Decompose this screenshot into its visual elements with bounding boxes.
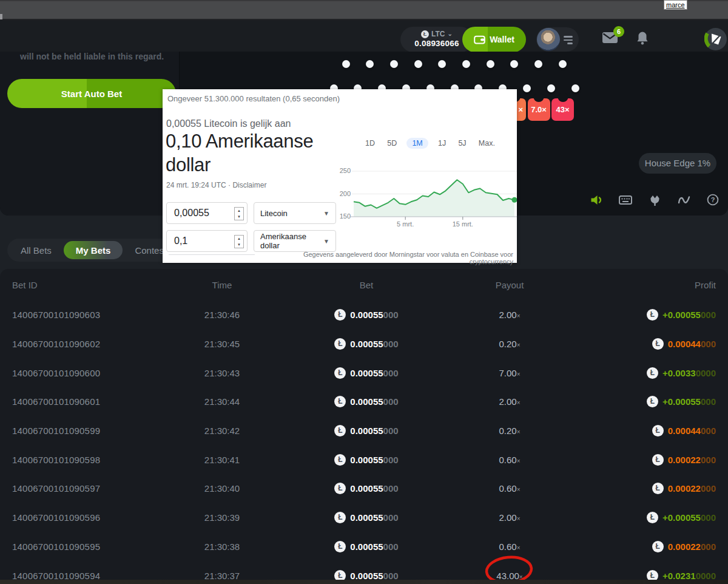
disclaimer-text: will not be held liable in this regard. bbox=[20, 52, 164, 61]
inbox-badge: 6 bbox=[613, 26, 624, 37]
ltc-coin-icon: Ł bbox=[652, 541, 664, 552]
range-5j[interactable]: 5J bbox=[456, 138, 468, 149]
table-row[interactable]: 1400670010109059721:30:40Ł0.000550000.60… bbox=[0, 474, 728, 503]
site-logo[interactable] bbox=[704, 28, 727, 50]
attribution: Gegevens aangeleverd door Morningstar vo… bbox=[260, 251, 513, 265]
ltc-coin-icon: Ł bbox=[334, 396, 346, 407]
bet-id: 14006700101090596 bbox=[12, 512, 176, 523]
avatar[interactable] bbox=[537, 28, 560, 51]
plinko-peg bbox=[462, 60, 470, 68]
chevron-down-icon: ⌄ bbox=[448, 30, 453, 37]
bet-id: 14006700101090600 bbox=[12, 368, 176, 378]
ltc-coin-icon: Ł bbox=[421, 30, 429, 38]
user-menu[interactable] bbox=[536, 27, 579, 52]
keyboard-icon bbox=[619, 195, 632, 205]
plinko-peg bbox=[342, 60, 350, 68]
fairness-button[interactable] bbox=[648, 192, 661, 207]
disclaimer-link[interactable]: Disclaimer bbox=[232, 181, 266, 189]
table-row[interactable]: 1400670010109059821:30:41Ł0.000550000.60… bbox=[0, 445, 728, 474]
table-row[interactable]: 1400670010109060221:30:45Ł0.000550000.20… bbox=[0, 330, 728, 359]
payout-multiplier: 0.60× bbox=[465, 455, 554, 465]
spinner-to[interactable]: ▲▼ bbox=[234, 235, 244, 248]
wallet-label: Wallet bbox=[490, 35, 514, 44]
unit-to-select[interactable]: Amerikaanse dollar ▼ bbox=[254, 230, 336, 252]
table-row[interactable]: 1400670010109060321:30:46Ł0.000550002.00… bbox=[0, 300, 728, 330]
amount-to-value: 0,1 bbox=[174, 236, 187, 246]
bet-time: 21:30:46 bbox=[176, 310, 268, 320]
plinko-peg bbox=[571, 84, 579, 92]
unit-from-select[interactable]: Litecoin ▼ bbox=[254, 202, 336, 224]
bell-icon bbox=[636, 31, 649, 46]
ltc-coin-icon: Ł bbox=[334, 483, 346, 494]
column-time: Time bbox=[176, 280, 268, 290]
column-payout: Payout bbox=[465, 280, 554, 290]
ltc-coin-icon: Ł bbox=[334, 541, 346, 552]
bet-amount: Ł0.00055000 bbox=[268, 454, 465, 466]
profit-amount: Ł0.00022000 bbox=[554, 454, 716, 466]
wallet-icon bbox=[474, 35, 485, 44]
notifications-button[interactable] bbox=[636, 31, 649, 47]
tab-my-bets[interactable]: My Bets bbox=[64, 241, 123, 259]
amount-from-value: 0,00055 bbox=[174, 208, 209, 219]
payout-multiplier: 43.00× bbox=[465, 571, 554, 581]
results-count: Ongeveer 51.300.000 resultaten (0,65 sec… bbox=[167, 94, 340, 103]
table-row[interactable]: 1400670010109059921:30:42Ł0.000550000.20… bbox=[0, 416, 728, 446]
bet-time: 21:30:41 bbox=[176, 455, 268, 465]
start-auto-bet-button[interactable]: Start Auto Bet bbox=[7, 79, 176, 108]
sound-button[interactable] bbox=[590, 192, 603, 207]
ltc-coin-icon: Ł bbox=[652, 454, 664, 466]
stats-curve-icon bbox=[678, 195, 690, 205]
table-row[interactable]: 1400670010109060121:30:44Ł0.000550002.00… bbox=[0, 387, 728, 416]
range-max[interactable]: Max. bbox=[476, 138, 497, 149]
bottom-strip bbox=[0, 580, 728, 584]
amount-to-input[interactable]: 0,1 ▲▼ bbox=[166, 230, 248, 252]
profit-amount: Ł0.00044000 bbox=[554, 338, 716, 350]
chart-range-tabs: 1D5D1M1J5JMax. bbox=[363, 138, 497, 149]
bet-amount: Ł0.00055000 bbox=[268, 541, 465, 552]
profit-amount: Ł0.00022000 bbox=[554, 541, 716, 552]
bet-time: 21:30:37 bbox=[176, 571, 268, 581]
amount-from-input[interactable]: 0,00055 ▲▼ bbox=[166, 202, 248, 224]
table-row[interactable]: 1400670010109060021:30:43Ł0.000550007.00… bbox=[0, 358, 728, 387]
result-badge: 43× bbox=[551, 98, 574, 121]
ltc-coin-icon: Ł bbox=[334, 338, 346, 350]
bet-time: 21:30:43 bbox=[176, 368, 268, 378]
currency-code: LTC bbox=[431, 30, 445, 38]
range-1d[interactable]: 1D bbox=[363, 138, 377, 149]
payout-multiplier: 0.60× bbox=[465, 483, 554, 494]
ltc-coin-icon: Ł bbox=[647, 367, 658, 379]
range-1m[interactable]: 1M bbox=[406, 138, 428, 149]
table-row[interactable]: 1400670010109059621:30:39Ł0.000550002.00… bbox=[0, 503, 728, 532]
seed-icon bbox=[649, 194, 661, 206]
profit-amount: Ł0.00022000 bbox=[554, 483, 716, 494]
bet-id: 14006700101090595 bbox=[12, 542, 176, 552]
plinko-peg bbox=[487, 60, 494, 68]
plinko-peg bbox=[390, 60, 398, 68]
os-bar-chip bbox=[0, 14, 2, 19]
bet-amount: Ł0.00055000 bbox=[268, 367, 465, 379]
help-button[interactable]: ? bbox=[706, 192, 720, 207]
range-1j[interactable]: 1J bbox=[436, 138, 448, 149]
table-rows: 1400670010109060321:30:46Ł0.000550002.00… bbox=[0, 300, 728, 584]
wallet-button[interactable]: Wallet bbox=[462, 27, 526, 52]
tab-all-bets[interactable]: All Bets bbox=[10, 241, 62, 259]
bet-id: 14006700101090599 bbox=[12, 426, 176, 436]
ltc-coin-icon: Ł bbox=[652, 425, 664, 436]
os-title-bar bbox=[0, 0, 728, 20]
bet-amount: Ł0.00055000 bbox=[268, 425, 465, 436]
profit-amount: Ł+0.00055000 bbox=[554, 396, 716, 407]
bet-time: 21:30:40 bbox=[176, 483, 268, 494]
ltc-coin-icon: Ł bbox=[647, 309, 658, 321]
speaker-icon bbox=[590, 194, 603, 206]
bet-id: 14006700101090601 bbox=[12, 396, 176, 407]
bet-id: 14006700101090597 bbox=[12, 483, 176, 494]
live-stats-button[interactable] bbox=[677, 192, 690, 207]
range-5d[interactable]: 5D bbox=[385, 138, 399, 149]
ltc-coin-icon: Ł bbox=[647, 512, 658, 523]
table-row[interactable]: 1400670010109059521:30:38Ł0.000550000.60… bbox=[0, 532, 728, 562]
bets-table: Bet ID Time Bet Payout Profit 1400670010… bbox=[0, 269, 728, 584]
spinner-from[interactable]: ▲▼ bbox=[234, 207, 244, 220]
hotkeys-button[interactable] bbox=[619, 192, 632, 207]
ltc-coin-icon: Ł bbox=[334, 425, 346, 436]
question-icon: ? bbox=[707, 194, 719, 206]
